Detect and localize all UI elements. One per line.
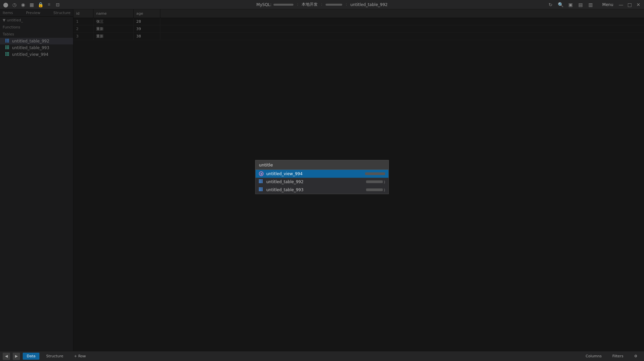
autocomplete-item-table-992[interactable]: untitled_table_992 ) [256,178,388,186]
circle-icon[interactable]: ⬤ [3,2,9,8]
autocomplete-badge-0 [365,172,385,175]
connection-local: 本地开发 [302,2,318,7]
autocomplete-container: untitled_view_994 untitled_table_992 ) [255,160,389,194]
settings-button[interactable]: ⚙ [630,353,641,360]
next-button[interactable]: ▶ [13,353,20,360]
view-type-icon [259,171,264,176]
filters-button[interactable]: Filters [608,353,627,360]
badge-paren-1: ) [384,180,385,184]
autocomplete-badge-1: ) [366,180,385,184]
inbox-icon[interactable]: ⌗ [46,2,52,8]
badge-bar-2 [366,189,383,191]
clock-icon[interactable]: ◷ [11,2,17,8]
table-type-icon-1 [259,179,264,184]
badge-bar-0 [365,172,385,175]
search-input[interactable] [255,160,389,170]
sep1: ： [296,2,300,7]
prev-button[interactable]: ◀ [3,353,10,360]
refresh-icon[interactable]: ↻ [547,2,553,8]
search-icon[interactable]: 🔍 [557,2,564,8]
badge-paren-2: ) [384,188,385,192]
tab-structure[interactable]: Structure [42,353,67,360]
statusbar-left: ◀ ▶ Data Structure + Row [3,353,90,360]
eye-icon[interactable]: ◉ [20,2,26,8]
sep2: ： [320,2,324,7]
layout1-icon[interactable]: ▣ [568,2,574,8]
sep3: ： [344,2,348,7]
maximize-button[interactable]: □ [627,2,633,8]
titlebar-right: ↻ 🔍 ▣ ▤ ▥ Menu — □ ✕ [547,2,641,8]
autocomplete-item-label-2: untitled_table_993 [266,188,363,192]
tab-row[interactable]: + Row [70,353,90,360]
autocomplete-list: untitled_view_994 untitled_table_992 ) [255,170,389,194]
disk-icon[interactable]: ⊟ [55,2,61,8]
statusbar: ◀ ▶ Data Structure + Row Columns Filters… [0,351,644,361]
layout2-icon[interactable]: ▤ [578,2,584,8]
connection-type: MySQL: [257,2,272,7]
autocomplete-item-label-0: untitled_view_994 [266,171,362,176]
menu-button[interactable]: Menu [600,2,615,8]
titlebar: ⬤ ◷ ◉ ▦ 🔒 ⌗ ⊟ MySQL: ： 本地开发 ： ： untitled… [0,0,644,9]
grid-icon[interactable]: ▦ [29,2,35,8]
autocomplete-item-label-1: untitled_table_992 [266,179,363,184]
titlebar-left: ⬤ ◷ ◉ ▦ 🔒 ⌗ ⊟ [3,2,61,8]
statusbar-right: Columns Filters ⚙ [582,353,641,360]
autocomplete-item-view-994[interactable]: untitled_view_994 [256,170,388,178]
close-button[interactable]: ✕ [635,2,641,8]
titlebar-connection: MySQL: ： 本地开发 ： ： untitled_table_992 [257,2,388,7]
lock-icon[interactable]: 🔒 [37,2,43,8]
current-table: untitled_table_992 [350,2,388,7]
table-type-icon-2 [259,188,264,192]
connection-db-bar [274,4,294,6]
tab-data[interactable]: Data [23,353,39,360]
badge-bar-1 [366,180,383,183]
connection-schema-bar [326,4,342,6]
window-controls: Menu — □ ✕ [600,2,641,8]
minimize-button[interactable]: — [618,2,624,8]
autocomplete-item-table-993[interactable]: untitled_table_993 ) [256,186,388,194]
layout3-icon[interactable]: ▥ [588,2,594,8]
columns-button[interactable]: Columns [582,353,606,360]
autocomplete-badge-2: ) [366,188,385,192]
